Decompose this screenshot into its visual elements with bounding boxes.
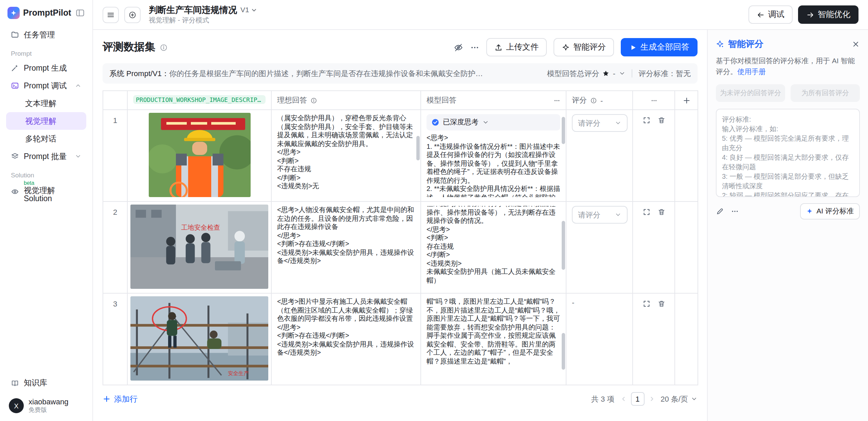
sidebar-item-prompt-gen[interactable]: Prompt 生成 [6, 59, 86, 77]
sidebar-item-label: Prompt 调试 [24, 81, 67, 91]
trash-icon[interactable] [657, 116, 665, 124]
trash-icon[interactable] [657, 208, 665, 216]
score-cell: - [566, 293, 633, 385]
image-cell[interactable]: 工地安全检查 [127, 201, 271, 293]
row-index: 1 [103, 110, 127, 201]
manual-link[interactable]: 使用手册 [737, 67, 766, 75]
sidebar-item-multiturn-dialog[interactable]: 多轮对话 [6, 130, 86, 147]
image-cell[interactable] [127, 110, 271, 201]
add-column-cell [675, 201, 698, 293]
menu-icon[interactable] [103, 6, 119, 23]
chevron-down-icon [615, 211, 621, 218]
upload-file-button[interactable]: 上传文件 [486, 38, 547, 56]
score-all-button[interactable]: 为所有回答评分 [791, 84, 860, 102]
system-prompt-bar[interactable]: 系统 Prompt/V1： 你的任务是根据生产车间的图片描述，判断生产车间是否存… [103, 63, 698, 84]
model-answer-cell[interactable]: 戴了黄色安全帽（符合头部防护要求），穿着橙色背心及车间内有砂轮切割机等设备，但未… [421, 201, 566, 293]
sidebar-item-prompt-batch[interactable]: Prompt 批量 [6, 147, 86, 165]
page-size-select[interactable]: 20 条/页 [661, 394, 698, 404]
expand-icon[interactable] [642, 208, 650, 216]
sidebar-item-text-understanding[interactable]: 文本理解 [6, 94, 86, 112]
table-row: 1 [103, 110, 698, 201]
col-header-image[interactable]: PRODUCTION_WORKSHOP_IMAGE_DESCRIPTION [127, 91, 271, 110]
version-selector[interactable]: V1 [240, 5, 257, 14]
debug-button[interactable]: 调试 [748, 5, 793, 24]
sidebar-item-prompt-debug[interactable]: Prompt 调试 [6, 77, 86, 94]
row-index: 2 [103, 201, 127, 293]
model-answer-cell[interactable]: 帽”吗？哦，原图片里左边工人是“戴帽”吗？不，原图片描述里左边工人是“戴帽”吗？… [421, 293, 566, 385]
add-column-cell [675, 110, 698, 201]
user-profile[interactable]: X xiaobawang 免费版 [6, 392, 86, 414]
sidebar-item-vision-understanding[interactable]: 视觉理解 [6, 112, 86, 130]
sidebar-item-vision-solution[interactable]: beta 视觉理解 Solution [6, 181, 86, 203]
col-header-score[interactable]: 评分 - [566, 91, 633, 110]
star-icon [603, 70, 610, 77]
check-circle-icon [431, 118, 439, 126]
more-icon[interactable] [650, 97, 657, 104]
score-select[interactable]: 请评分 [572, 206, 628, 224]
sidebar-item-label: 视觉理解 Solution [24, 187, 82, 203]
scrollbar[interactable] [562, 333, 565, 370]
model-answer-cell[interactable]: 已深度思考 <思考> 1. **违规操作设备情况分析**：图片描述中未提及任何操… [421, 110, 566, 201]
beta-badge: beta [24, 181, 82, 186]
current-page[interactable]: 1 [631, 392, 644, 406]
panel-title: 智能评分 [728, 38, 848, 50]
sidebar-item-tasks[interactable]: 任务管理 [6, 26, 86, 43]
deep-think-badge[interactable]: 已深度思考 [427, 114, 560, 130]
actions-cell [633, 201, 675, 293]
score-cell: 请评分 [566, 201, 633, 293]
logo-text: PromptPilot [23, 8, 72, 18]
more-icon[interactable] [470, 42, 480, 52]
edit-icon[interactable] [716, 207, 724, 215]
image-cell[interactable]: 安全生产 [127, 293, 271, 385]
more-icon[interactable] [554, 97, 560, 104]
sparkle-icon [716, 40, 724, 48]
close-icon[interactable] [852, 40, 860, 48]
scrollbar[interactable] [416, 136, 420, 160]
col-header-model[interactable]: 模型回答 [421, 91, 566, 110]
chevron-down-icon [75, 153, 82, 160]
ai-score-standard-button[interactable]: AI 评分标准 [800, 203, 860, 219]
arrow-left-icon [757, 11, 765, 19]
add-row-button[interactable]: 添加行 [103, 394, 138, 404]
scrollbar[interactable] [562, 117, 565, 144]
expand-icon[interactable] [642, 300, 650, 308]
chevron-up-icon [75, 82, 82, 89]
system-prompt-text: 你的任务是根据生产车间的图片描述，判断生产车间是否存在违规操作设备和未佩戴安全防… [169, 68, 539, 78]
table-row: 3 [103, 293, 698, 385]
score-unscored-button[interactable]: 为未评分的回答评分 [716, 84, 785, 102]
svg-text:安全生产: 安全生产 [228, 370, 249, 376]
hide-columns-icon[interactable] [454, 42, 463, 52]
sidebar-item-knowledge-base[interactable]: 知识库 [6, 374, 86, 392]
ideal-answer-cell[interactable]: <思考>人物没有佩戴安全帽，尤其是中间的和左边的任务。且设备的使用方式非常危险，… [271, 201, 421, 293]
trash-icon[interactable] [657, 300, 665, 308]
collapse-sidebar-icon[interactable] [75, 8, 85, 18]
chevron-down-icon [615, 120, 621, 126]
avatar: X [9, 398, 24, 413]
next-page-icon[interactable] [648, 396, 655, 402]
book-icon [11, 379, 19, 387]
divider [632, 69, 632, 77]
more-icon[interactable] [731, 207, 739, 215]
ideal-answer-text: （属安全防护用具），穿橙色带反光条背心（属安全防护用具），安全手套、护目镜等未提… [277, 114, 415, 191]
ideal-answer-cell[interactable]: （属安全防护用具），穿橙色带反光条背心（属安全防护用具），安全手套、护目镜等未提… [271, 110, 421, 201]
generate-all-button[interactable]: 生成全部回答 [621, 38, 698, 56]
expand-icon[interactable] [642, 116, 650, 124]
score-select[interactable]: 请评分 [572, 114, 628, 132]
score-cell: 请评分 [566, 110, 633, 201]
new-session-icon[interactable] [124, 6, 141, 23]
scrollbar[interactable] [562, 221, 565, 270]
col-header-add-column[interactable] [675, 91, 698, 110]
chevron-down-icon [691, 396, 698, 402]
col-header-ideal[interactable]: 理想回答 [271, 91, 421, 110]
col-header-actions[interactable] [633, 91, 675, 110]
add-column-cell [675, 293, 698, 385]
prev-page-icon[interactable] [620, 396, 627, 402]
wand-icon [11, 64, 19, 72]
dataset-title: 评测数据集 [103, 40, 155, 54]
smart-score-button[interactable]: 智能评分 [554, 38, 614, 56]
total-count: 共 3 项 [591, 394, 614, 404]
svg-text:工地安全检查: 工地安全检查 [181, 224, 220, 231]
criteria-textarea[interactable]: 评分标准: 输入评分标准，如: 5: 优秀 — 模型回答完全满足所有要求，理由充… [716, 108, 860, 197]
smart-optimize-button[interactable]: 智能优化 [798, 5, 858, 24]
ideal-answer-cell[interactable]: <思考>图片中显示有施工人员未佩戴安全帽（红色圈注区域的工人未佩戴安全帽）；穿绿… [271, 293, 421, 385]
